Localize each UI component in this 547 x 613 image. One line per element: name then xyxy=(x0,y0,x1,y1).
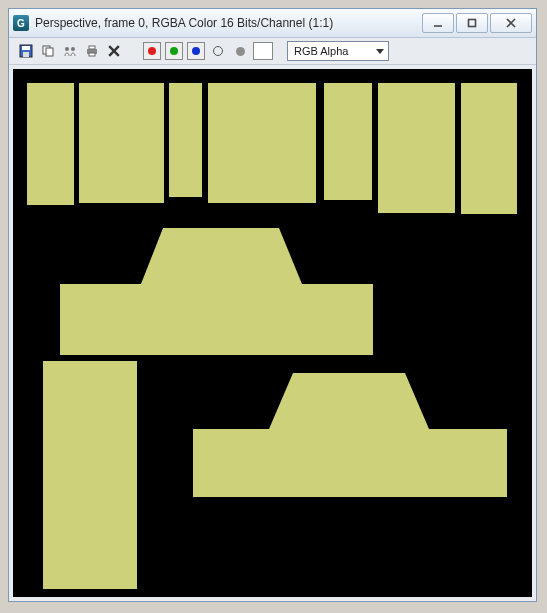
svg-rect-1 xyxy=(469,20,476,27)
print-icon[interactable] xyxy=(83,42,101,60)
channel-select-label: RGB Alpha xyxy=(294,45,348,57)
window-title: Perspective, frame 0, RGBA Color 16 Bits… xyxy=(35,16,416,30)
channel-select[interactable]: RGB Alpha xyxy=(287,41,389,61)
save-icon[interactable] xyxy=(17,42,35,60)
red-channel-button[interactable] xyxy=(143,42,161,60)
alpha-channel-button[interactable] xyxy=(231,42,249,60)
mono-channel-button[interactable] xyxy=(209,42,227,60)
svg-rect-8 xyxy=(46,48,53,56)
close-button[interactable] xyxy=(490,13,532,33)
maximize-button[interactable] xyxy=(456,13,488,33)
blue-channel-button[interactable] xyxy=(187,42,205,60)
clone-icon[interactable] xyxy=(61,42,79,60)
color-swatch[interactable] xyxy=(253,42,273,60)
chevron-down-icon xyxy=(376,49,384,54)
app-icon: G xyxy=(13,15,29,31)
svg-point-9 xyxy=(65,47,69,51)
green-channel-button[interactable] xyxy=(165,42,183,60)
titlebar[interactable]: G Perspective, frame 0, RGBA Color 16 Bi… xyxy=(9,9,536,38)
svg-rect-13 xyxy=(89,53,95,56)
uv-shape xyxy=(193,373,507,497)
svg-rect-12 xyxy=(89,46,95,49)
copy-icon[interactable] xyxy=(39,42,57,60)
svg-rect-5 xyxy=(22,46,30,50)
render-window: G Perspective, frame 0, RGBA Color 16 Bi… xyxy=(8,8,537,602)
minimize-button[interactable] xyxy=(422,13,454,33)
toolbar: RGB Alpha xyxy=(9,38,536,65)
svg-point-10 xyxy=(71,47,75,51)
uv-poly-layer xyxy=(13,69,532,597)
render-viewport[interactable] xyxy=(13,69,532,597)
window-buttons xyxy=(422,13,532,33)
delete-icon[interactable] xyxy=(105,42,123,60)
svg-rect-6 xyxy=(23,52,29,57)
viewport-frame xyxy=(9,65,536,601)
uv-shape xyxy=(60,228,373,355)
